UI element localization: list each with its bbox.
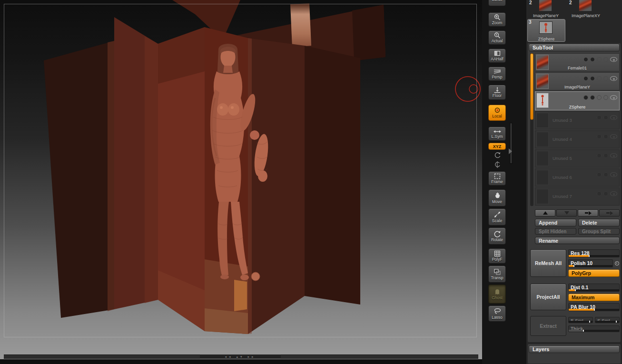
scale-button[interactable]: Scale bbox=[488, 208, 506, 226]
delete-label: Delete bbox=[582, 220, 597, 226]
visibility-eye-icon[interactable] bbox=[610, 57, 617, 62]
projectall-button[interactable]: ProjectAll bbox=[530, 284, 566, 310]
visibility-eye-icon[interactable] bbox=[610, 95, 617, 100]
subtool-move-up-button[interactable] bbox=[535, 209, 555, 216]
extract-label: Extract bbox=[540, 323, 557, 329]
visibility-eye-icon bbox=[610, 172, 617, 177]
ghost-dot-icon[interactable] bbox=[603, 76, 608, 81]
tool-item-zsphere-selected[interactable]: 3 ZSphere bbox=[527, 19, 565, 42]
visibility-eye-icon bbox=[610, 153, 617, 158]
polypaint-dot-icon bbox=[597, 134, 602, 139]
polypaint-dot-icon[interactable] bbox=[590, 95, 595, 100]
polygrp-button[interactable]: PolyGrp bbox=[568, 269, 620, 277]
subtool-duplicate-button[interactable] bbox=[578, 209, 598, 216]
append-button[interactable]: Append bbox=[535, 219, 576, 226]
subtool-row-zsphere-selected[interactable]: ZSphere bbox=[535, 91, 620, 110]
frame-button[interactable]: Frame bbox=[488, 171, 506, 186]
subtool-name: Unused 7 bbox=[553, 194, 572, 199]
image-planes bbox=[44, 0, 385, 334]
polyf-button[interactable]: PolyF bbox=[488, 248, 506, 264]
tool-count-badge: 2 bbox=[569, 0, 572, 5]
visibility-eye-icon bbox=[610, 134, 617, 139]
tool-item-label: ImagePlaneY bbox=[528, 13, 563, 18]
ghost-button[interactable]: Ghost bbox=[488, 285, 506, 304]
lasso-button[interactable]: Lasso bbox=[488, 305, 506, 322]
rotate-axis-alt-button[interactable] bbox=[488, 161, 506, 168]
rotate-button[interactable]: Rotate bbox=[488, 227, 506, 245]
subtool-row-unused: Unused 6 bbox=[535, 168, 620, 187]
subtool-move-down-button[interactable] bbox=[556, 209, 577, 216]
tool-item-imageplaney[interactable]: 2 ImagePlaneY bbox=[528, 0, 563, 18]
polypaint-dot-icon[interactable] bbox=[583, 95, 588, 100]
groups-split-label: Groups Split bbox=[582, 229, 611, 234]
subtool-header[interactable]: SubTool bbox=[529, 44, 620, 51]
tool-item-label: ImagePlaneXY bbox=[568, 13, 603, 18]
subtool-row-female01[interactable]: Female01 bbox=[535, 53, 620, 71]
zoom-button[interactable]: Zoom bbox=[488, 12, 506, 27]
remesh-all-button[interactable]: ReMesh All bbox=[530, 249, 566, 277]
extract-button: Extract bbox=[530, 316, 566, 336]
tool-count-badge: 3 bbox=[529, 20, 532, 25]
local-button[interactable]: Local bbox=[488, 105, 506, 121]
panel-collapse-arrow-icon[interactable] bbox=[509, 148, 512, 154]
zoom-icon bbox=[493, 14, 502, 20]
lsym-button[interactable]: L.Sym bbox=[488, 127, 506, 141]
tool-item-imageplanexy[interactable]: 2 ImagePlaneXY bbox=[568, 0, 603, 18]
polypaint-dot-icon bbox=[597, 191, 602, 196]
viewport[interactable]: ◂◂ ▴▾ ▸▸ bbox=[0, 0, 482, 364]
polish-mode-toggle[interactable] bbox=[615, 261, 619, 266]
ghost-dot-icon[interactable] bbox=[597, 76, 602, 81]
polypaint-dot-icon bbox=[603, 153, 608, 158]
maximum-button[interactable]: Maximum bbox=[568, 294, 620, 301]
visibility-eye-icon[interactable] bbox=[610, 76, 617, 81]
scene-3d[interactable] bbox=[0, 0, 482, 364]
delete-button[interactable]: Delete bbox=[578, 219, 620, 226]
append-label: Append bbox=[539, 220, 557, 226]
polypaint-dot-icon[interactable] bbox=[583, 57, 588, 62]
scroll-button[interactable]: Scroll bbox=[488, 0, 506, 6]
floor-icon bbox=[493, 87, 502, 93]
xyz-button[interactable]: XYZ bbox=[488, 143, 506, 150]
polypaint-dot-icon[interactable] bbox=[583, 76, 588, 81]
split-hidden-label: Split Hidden bbox=[539, 229, 566, 234]
subtool-scroll-thumb[interactable] bbox=[530, 53, 533, 120]
polypaint-dot-icon[interactable] bbox=[590, 76, 595, 81]
actual-icon bbox=[493, 32, 502, 39]
down-arrow-icon bbox=[564, 211, 569, 215]
res-slider[interactable]: Res 128 bbox=[568, 249, 620, 257]
layers-title: Layers bbox=[533, 346, 549, 352]
shelf-scrollbar[interactable] bbox=[510, 123, 513, 164]
transparency-icon bbox=[493, 268, 502, 275]
actual-button[interactable]: Actual bbox=[488, 30, 506, 45]
polypaint-dot-icon bbox=[597, 153, 602, 158]
ghost-dot-icon[interactable] bbox=[603, 57, 608, 62]
branch-arrow-tip-icon bbox=[589, 211, 592, 215]
subtool-name: ImagePlaneY bbox=[535, 85, 619, 89]
move-button[interactable]: Move bbox=[488, 189, 506, 207]
ghost-dot-icon[interactable] bbox=[597, 95, 602, 100]
subtool-thumbnail bbox=[536, 151, 549, 166]
ghost-icon bbox=[493, 288, 502, 295]
dist-slider[interactable]: Dist 0.1 bbox=[568, 284, 620, 292]
polypaint-dot-icon[interactable] bbox=[590, 57, 595, 62]
persp-button[interactable]: Persp bbox=[488, 67, 506, 81]
rotate-axis-button[interactable] bbox=[488, 151, 506, 159]
ghost-dot-icon[interactable] bbox=[603, 95, 608, 100]
rename-button[interactable]: Rename bbox=[535, 237, 620, 244]
subtool-insert-button[interactable] bbox=[599, 209, 620, 216]
scrollbar-arrows[interactable]: ◂◂ ▴▾ ▸▸ bbox=[200, 354, 281, 359]
ghost-dot-icon[interactable] bbox=[597, 57, 602, 62]
polish-slider[interactable]: Polish 10 bbox=[568, 259, 613, 267]
pa-blur-slider[interactable]: PA Blur 10 bbox=[568, 303, 620, 311]
aahalf-button[interactable]: AAHalf bbox=[488, 49, 506, 63]
layers-header[interactable]: Layers bbox=[529, 345, 620, 353]
subtool-title: SubTool bbox=[533, 45, 553, 50]
tool-thumbnail bbox=[579, 0, 592, 11]
subtool-row-imageplaney[interactable]: ImagePlaneY bbox=[535, 72, 620, 90]
up-arrow-icon bbox=[543, 211, 548, 215]
subtool-name: ZSphere bbox=[535, 105, 619, 109]
polypaint-dot-icon bbox=[603, 191, 608, 196]
transp-button[interactable]: Transp bbox=[488, 266, 506, 283]
subtool-thumbnail bbox=[536, 113, 549, 128]
floor-button[interactable]: Floor bbox=[488, 85, 506, 100]
